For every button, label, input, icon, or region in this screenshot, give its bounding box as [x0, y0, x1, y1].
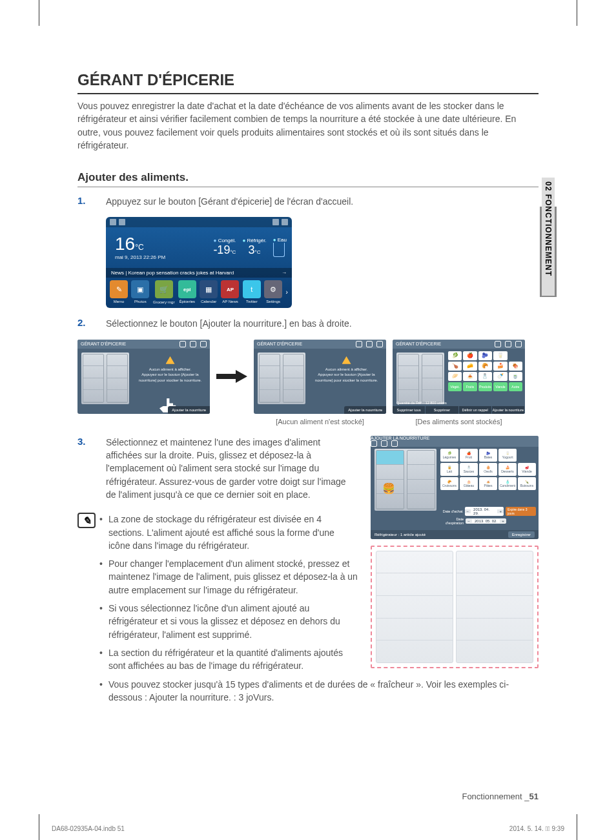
grid-status: Quantité de Réf. : 12 800 unités — [396, 401, 447, 405]
freezer-temp: -19°C — [213, 243, 236, 257]
home-icon[interactable] — [190, 341, 196, 347]
bullet-2: Pour changer l'emplacement d'un aliment … — [99, 557, 358, 597]
step-text-3: Sélectionnez et maintenez l'une des imag… — [106, 436, 358, 501]
home-icon[interactable] — [381, 440, 387, 447]
apnews-app-icon[interactable]: AP — [221, 280, 239, 298]
reminder-button[interactable]: Définir un rappel — [459, 406, 492, 414]
add-food-title: AJOUTER LA NOURRITURE — [371, 436, 429, 440]
back-icon[interactable] — [376, 341, 383, 347]
home-icon[interactable] — [505, 341, 511, 347]
grocery-panel-empty-touch: GÉRANT D'ÉPICERIE Aucun aliment à affich… — [77, 340, 210, 414]
trash-icon[interactable] — [495, 341, 501, 347]
date-exp-label: Date d'expiration — [440, 517, 464, 525]
empty-body: Appuyez sur le bouton [Ajouter la nourri… — [134, 372, 206, 383]
outdoor-temp: 16°C — [115, 234, 144, 254]
step-number-1: 1. — [77, 195, 106, 208]
warning-icon — [166, 356, 175, 364]
date-buy-label: Date d'achat — [440, 509, 463, 513]
print-mark: DA68-02935A-04.indb 51 2014. 5. 14.    9… — [52, 825, 564, 832]
water-cup-icon — [273, 243, 285, 257]
home-icon[interactable] — [366, 341, 373, 347]
empty-header: Aucun aliment à afficher. — [134, 367, 206, 372]
date-exp-stepper[interactable]: −2013. 05. 02.+ — [466, 518, 506, 524]
intro-paragraph: Vous pouvez enregistrer la date d'achat … — [77, 99, 539, 152]
page-title: GÉRANT D'ÉPICERIE — [77, 71, 539, 89]
calendar-app-icon[interactable]: ▦ — [200, 280, 218, 298]
add-food-panel: AJOUTER LA NOURRITURE 🍔 🥬Légumes 🍎Fruit … — [371, 436, 539, 539]
expires-pill: Expire dans 3 jours — [506, 507, 536, 516]
sound-icon — [119, 219, 125, 225]
back-icon[interactable] — [391, 440, 398, 447]
dragged-food-icon: 🍔 — [382, 482, 395, 495]
news-ticker: News | Korean pop sensation cracks jokes… — [106, 268, 292, 278]
fridge-label: Réfrigér. — [247, 238, 266, 243]
status-bar — [106, 217, 292, 227]
save-button[interactable]: Enregistrer — [508, 531, 535, 538]
grocerymgr-app-icon[interactable]: 🛒 — [155, 280, 173, 298]
grocery-panel-stocked: GÉRANT D'ÉPICERIE 🥬🍎🫐🥛 🍗🧀🥐🍰🍖 🥟🍝🧂🍼🍵 Végét… — [393, 340, 525, 414]
page-footer: Fonctionnement _51 — [77, 792, 539, 801]
rule — [77, 93, 539, 94]
food-grid: 🥬🍎🫐🥛 🍗🧀🥐🍰🍖 🥟🍝🧂🍼🍵 Végét.FruitsProduitsVia… — [448, 351, 522, 402]
svg-marker-0 — [216, 370, 247, 383]
add-button[interactable]: Ajouter la nourriture — [492, 406, 525, 414]
step-text-2: Sélectionnez le bouton [Ajouter la nourr… — [106, 317, 539, 330]
add-food-button[interactable]: Ajouter la nourriture — [344, 406, 386, 414]
note-icon: ✎ — [77, 513, 99, 677]
date-buy-stepper[interactable]: −2013. 04. 29.+ — [465, 507, 504, 516]
lock-icon — [282, 219, 288, 225]
step-number-2: 2. — [77, 317, 106, 330]
grocery-panel-empty: GÉRANT D'ÉPICERIE Aucun aliment à affich… — [254, 340, 386, 414]
settings-app-icon[interactable]: ⚙ — [264, 280, 282, 298]
bullet-5: Vous pouvez stocker jusqu'à 15 types d'a… — [99, 678, 539, 704]
arrow-right-icon — [216, 340, 247, 414]
date-time: mai 9, 2013 22:26 PM — [115, 254, 165, 260]
bullet-1: La zone de stockage du réfrigérateur est… — [99, 513, 358, 552]
weather-icon — [272, 219, 279, 225]
dock-next-icon[interactable]: › — [286, 289, 288, 296]
add-food-status: Réfrigérateur : 1 article ajouté — [375, 533, 426, 537]
food-category-grid: 🥬Légumes 🍎Fruit 🫐Baies 🥛Yogourt 🥫Lait 🧂S… — [440, 449, 536, 490]
freezer-label: Congél. — [218, 238, 236, 243]
warning-icon — [342, 356, 351, 364]
subheading: Ajouter des aliments. — [77, 171, 539, 184]
step-number-3: 3. — [77, 436, 106, 501]
home-screen-figure: 16°C mai 9, 2013 22:26 PM ● Congél.-19°C… — [106, 217, 292, 308]
section-tab: 02 FONCTIONNEMENT — [542, 178, 555, 296]
delete-button[interactable]: Supprimer — [426, 406, 458, 414]
caption-empty: [Aucun aliment n'est stocké] — [254, 418, 386, 425]
wifi-icon — [110, 219, 116, 225]
bullet-4: La section du réfrigérateur et la quanti… — [99, 646, 358, 673]
trash-icon[interactable] — [180, 341, 186, 347]
step-text-1: Appuyez sur le bouton [Gérant d'épicerie… — [106, 195, 539, 208]
memo-app-icon[interactable]: ✎ — [110, 280, 128, 298]
app-dock: ✎Memo ▣Photos 🛒Groceryᐧmgr epiÉpiceries … — [106, 278, 292, 308]
water-label: Eau — [278, 237, 287, 243]
thin-rule — [77, 187, 539, 187]
add-food-button[interactable]: Ajouter la nourriture — [168, 406, 210, 414]
panel-title: GÉRANT D'ÉPICERIE — [81, 342, 126, 346]
twitter-app-icon[interactable]: t — [243, 280, 261, 298]
epiceries-app-icon[interactable]: epi — [178, 280, 196, 298]
bullet-3: Si vous sélectionnez l'icône d'un alimen… — [99, 602, 358, 641]
back-icon[interactable] — [200, 341, 207, 347]
trash-icon[interactable] — [356, 341, 362, 347]
trash-icon[interactable] — [371, 440, 377, 447]
delete-all-button[interactable]: Supprimer tous — [393, 406, 426, 414]
caption-stocked: [Des aliments sont stockés] — [393, 418, 525, 425]
photos-app-icon[interactable]: ▣ — [131, 280, 149, 298]
fridge-sections-diagram — [371, 546, 539, 668]
back-icon[interactable] — [515, 341, 522, 347]
fridge-temp: 3°C — [242, 243, 266, 257]
